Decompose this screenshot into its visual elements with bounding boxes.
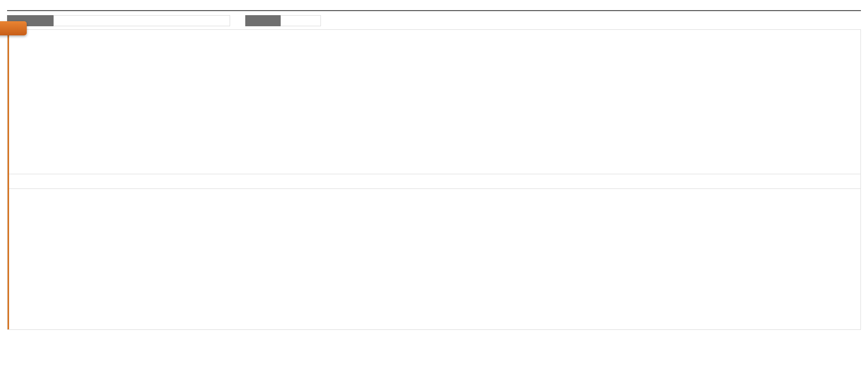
timeline-axis xyxy=(8,174,860,189)
header-row xyxy=(7,15,861,26)
start-date-input[interactable] xyxy=(281,15,321,26)
today-badge xyxy=(0,21,27,35)
timeline-chart xyxy=(7,29,861,330)
project-title-input[interactable] xyxy=(53,15,230,26)
timeline-bottom-zone xyxy=(8,189,860,329)
timeline-top-zone xyxy=(8,30,860,174)
start-date-label xyxy=(245,15,281,26)
title-underline xyxy=(7,10,861,11)
today-line xyxy=(8,30,9,329)
